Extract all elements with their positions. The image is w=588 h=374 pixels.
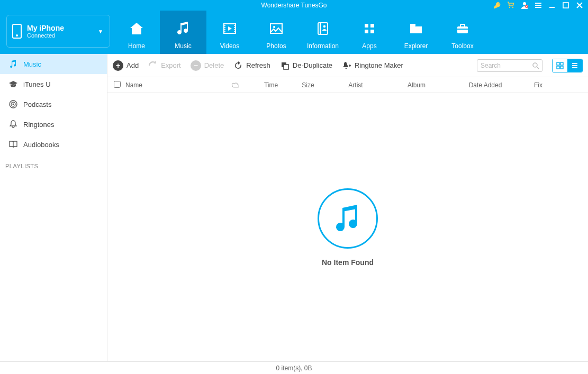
svg-rect-11 bbox=[365, 24, 368, 28]
refresh-icon bbox=[233, 61, 243, 70]
book-icon bbox=[8, 140, 18, 149]
sidebar-label: Podcasts bbox=[23, 101, 51, 108]
tool-label: Add bbox=[126, 61, 139, 69]
nav-music[interactable]: Music bbox=[160, 11, 206, 54]
device-text: My iPhone Connected bbox=[27, 24, 64, 39]
sidebar: Music iTunes U Podcasts Ringtones Audiob… bbox=[0, 54, 107, 361]
nav-photos[interactable]: Photos bbox=[253, 11, 300, 54]
body: Music iTunes U Podcasts Ringtones Audiob… bbox=[0, 54, 588, 361]
apps-icon bbox=[360, 18, 378, 39]
ringtone-maker-button[interactable]: Ringtone Maker bbox=[342, 61, 403, 70]
svg-rect-8 bbox=[318, 23, 328, 34]
sidebar-item-music[interactable]: Music bbox=[0, 54, 107, 74]
music-icon bbox=[174, 18, 192, 39]
nav-label: Music bbox=[175, 42, 191, 50]
add-button[interactable]: + Add bbox=[113, 60, 139, 71]
menu-icon[interactable] bbox=[534, 1, 542, 10]
svg-rect-12 bbox=[370, 24, 374, 28]
maximize-button[interactable] bbox=[562, 1, 570, 10]
deduplicate-button[interactable]: De-Duplicate bbox=[280, 61, 332, 70]
empty-message: No Item Found bbox=[322, 258, 374, 267]
column-album[interactable]: Album bbox=[385, 81, 448, 89]
nav-label: Toolbox bbox=[451, 42, 473, 50]
key-icon[interactable] bbox=[493, 1, 501, 10]
svg-point-1 bbox=[512, 7, 513, 8]
column-time[interactable]: Time bbox=[252, 81, 290, 89]
nav-label: Photos bbox=[266, 42, 286, 50]
delete-button[interactable]: − Delete bbox=[191, 60, 224, 71]
close-button[interactable] bbox=[575, 1, 584, 10]
select-all-checkbox[interactable] bbox=[114, 81, 125, 89]
svg-rect-18 bbox=[457, 29, 468, 30]
phone-icon bbox=[12, 24, 22, 39]
view-grid-button[interactable] bbox=[553, 59, 567, 72]
column-fix[interactable]: Fix bbox=[522, 81, 554, 89]
tool-label: Delete bbox=[204, 61, 224, 69]
videos-icon bbox=[221, 18, 239, 39]
minimize-button[interactable] bbox=[548, 1, 556, 10]
empty-music-icon bbox=[318, 188, 378, 249]
nav-information[interactable]: Information bbox=[300, 11, 346, 54]
home-icon bbox=[128, 18, 146, 39]
view-list-button[interactable] bbox=[567, 59, 582, 72]
svg-rect-28 bbox=[560, 66, 563, 69]
cart-icon[interactable] bbox=[506, 1, 515, 10]
chevron-down-icon: ▼ bbox=[98, 29, 103, 34]
svg-rect-6 bbox=[270, 24, 282, 33]
nav-toolbox[interactable]: Toolbox bbox=[439, 11, 486, 54]
refresh-button[interactable]: Refresh bbox=[233, 61, 270, 70]
sidebar-item-ringtones[interactable]: Ringtones bbox=[0, 114, 107, 134]
nav-explorer[interactable]: Explorer bbox=[393, 11, 439, 54]
export-button[interactable]: Export bbox=[148, 61, 181, 70]
header: My iPhone Connected ▼ Home Music Videos bbox=[0, 11, 588, 54]
svg-rect-14 bbox=[370, 30, 374, 33]
device-status: Connected bbox=[27, 32, 64, 39]
view-toggle bbox=[552, 59, 583, 72]
svg-point-0 bbox=[509, 7, 510, 8]
svg-rect-23 bbox=[284, 65, 288, 69]
sidebar-item-podcasts[interactable]: Podcasts bbox=[0, 94, 107, 114]
svg-rect-25 bbox=[557, 62, 559, 65]
sidebar-playlists-header: PLAYLISTS bbox=[0, 154, 107, 172]
photos-icon bbox=[267, 18, 285, 39]
search-icon bbox=[532, 62, 539, 69]
export-icon bbox=[148, 61, 158, 70]
status-text: 0 item(s), 0B bbox=[276, 364, 312, 372]
tool-label: Ringtone Maker bbox=[355, 61, 403, 69]
tool-label: Refresh bbox=[246, 61, 270, 69]
empty-state: No Item Found bbox=[107, 93, 588, 361]
column-size[interactable]: Size bbox=[290, 81, 327, 89]
tool-label: Export bbox=[161, 61, 181, 69]
column-date-added[interactable]: Date Added bbox=[448, 81, 522, 89]
svg-rect-15 bbox=[410, 24, 415, 26]
toolbox-icon bbox=[454, 18, 472, 39]
plus-icon: + bbox=[113, 60, 123, 71]
sidebar-item-audiobooks[interactable]: Audiobooks bbox=[0, 134, 107, 154]
search-box bbox=[477, 59, 542, 72]
device-selector[interactable]: My iPhone Connected ▼ bbox=[6, 15, 110, 48]
nav-label: Videos bbox=[220, 42, 239, 50]
device-name: My iPhone bbox=[27, 24, 64, 32]
nav-home[interactable]: Home bbox=[113, 11, 160, 54]
user-icon[interactable] bbox=[520, 1, 529, 10]
titlebar: Wondershare TunesGo bbox=[0, 0, 588, 11]
column-artist[interactable]: Artist bbox=[327, 81, 385, 89]
toolbar: + Add Export − Delete Refresh bbox=[107, 54, 588, 77]
nav-label: Apps bbox=[362, 42, 376, 50]
svg-rect-17 bbox=[460, 24, 465, 27]
app-title: Wondershare TunesGo bbox=[261, 2, 327, 9]
column-name[interactable]: Name bbox=[125, 81, 231, 89]
sidebar-label: iTunes U bbox=[23, 80, 51, 88]
music-note-icon bbox=[8, 59, 18, 69]
sidebar-label: Audiobooks bbox=[23, 141, 59, 149]
sidebar-label: Music bbox=[23, 60, 41, 68]
minus-icon: − bbox=[191, 60, 201, 71]
svg-point-10 bbox=[323, 25, 326, 28]
cloud-icon bbox=[231, 82, 252, 88]
duplicate-icon bbox=[280, 61, 290, 70]
sidebar-item-itunesu[interactable]: iTunes U bbox=[0, 74, 107, 94]
nav-videos[interactable]: Videos bbox=[206, 11, 253, 54]
nav-apps[interactable]: Apps bbox=[346, 11, 393, 54]
content: + Add Export − Delete Refresh bbox=[107, 54, 588, 361]
svg-rect-4 bbox=[563, 3, 568, 8]
